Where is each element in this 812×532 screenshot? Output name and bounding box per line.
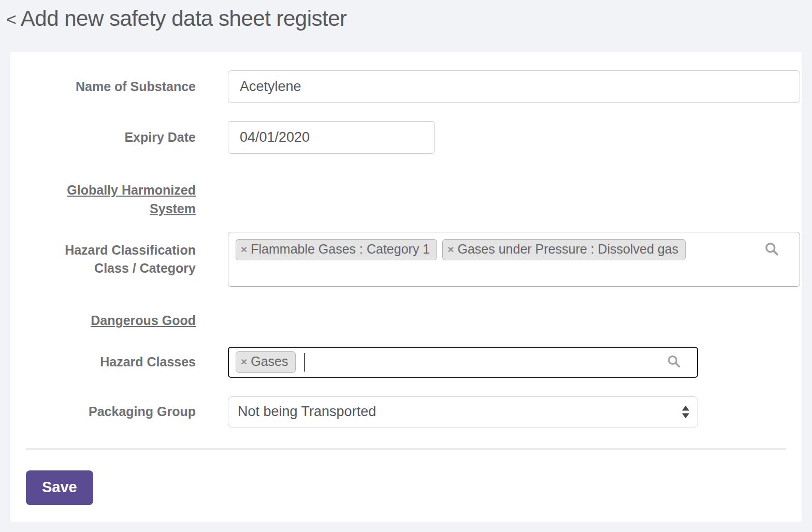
dangerous-good-section-heading: Dangerous Good: [10, 312, 196, 330]
remove-tag-icon[interactable]: ×: [241, 356, 247, 367]
page-title: Add new safety data sheet register: [21, 4, 347, 33]
hazard-classification-multiselect[interactable]: × Flammable Gases : Category 1 × Gases u…: [228, 232, 800, 287]
search-icon: [666, 353, 682, 371]
name-of-substance-label: Name of Substance: [10, 78, 196, 96]
tag-label: Gases under Pressure : Dissolved gas: [458, 242, 679, 257]
packaging-group-selected-value: Not being Transported: [238, 404, 376, 420]
row-ghs-heading: Globally Harmonized System: [10, 181, 802, 218]
text-cursor: [304, 353, 305, 372]
tag-gases[interactable]: × Gases: [236, 351, 296, 373]
tag-label: Gases: [251, 354, 288, 369]
row-hazard-classes: Hazard Classes × Gases: [10, 347, 802, 378]
divider: [26, 448, 786, 450]
expiry-date-label: Expiry Date: [10, 128, 196, 147]
tag-label: Flammable Gases : Category 1: [251, 242, 430, 257]
tag-gases-under-pressure[interactable]: × Gases under Pressure : Dissolved gas: [442, 239, 686, 260]
hazard-classes-multiselect[interactable]: × Gases: [228, 347, 698, 378]
hazard-classes-label: Hazard Classes: [10, 353, 196, 372]
hazard-classification-label: Hazard Classification Class / Category: [10, 241, 196, 278]
packaging-group-select[interactable]: Not being Transported: [228, 396, 698, 427]
expiry-date-input[interactable]: [228, 121, 435, 154]
page-header: < Add new safety data sheet register: [0, 0, 812, 52]
packaging-group-label: Packaging Group: [10, 403, 196, 421]
ghs-section-heading: Globally Harmonized System: [10, 181, 196, 218]
remove-tag-icon[interactable]: ×: [447, 244, 454, 255]
search-icon: [763, 241, 780, 259]
save-button[interactable]: Save: [26, 470, 93, 505]
name-of-substance-input[interactable]: [228, 70, 800, 103]
row-name-of-substance: Name of Substance: [10, 70, 802, 103]
remove-tag-icon[interactable]: ×: [241, 244, 247, 255]
select-arrows-icon: [682, 405, 689, 418]
row-dangerous-good-heading: Dangerous Good: [10, 312, 802, 330]
back-chevron-icon[interactable]: <: [6, 4, 17, 34]
row-packaging-group: Packaging Group Not being Transported: [10, 396, 802, 427]
row-expiry-date: Expiry Date: [10, 121, 802, 154]
tag-flammable-gases[interactable]: × Flammable Gases : Category 1: [236, 239, 437, 260]
form-card: Name of Substance Expiry Date Globally H…: [10, 52, 802, 522]
row-hazard-classification: Hazard Classification Class / Category ×…: [10, 232, 802, 287]
